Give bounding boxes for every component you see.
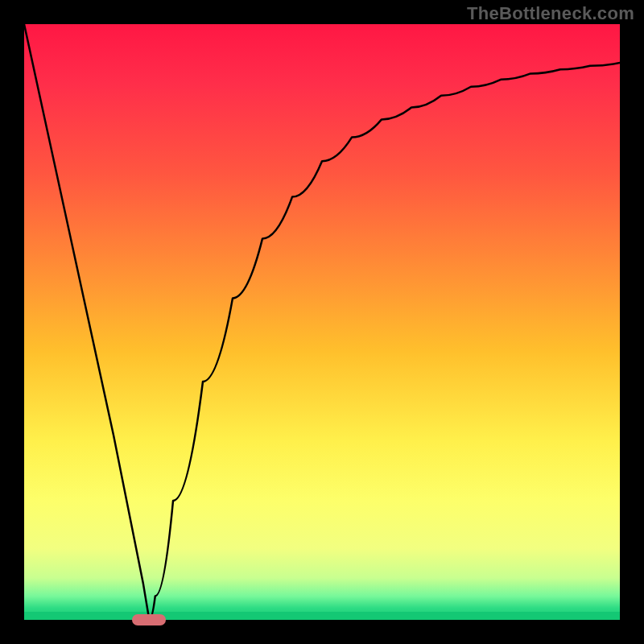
watermark-text: TheBottleneck.com xyxy=(467,3,634,24)
plot-area xyxy=(24,24,620,620)
min-marker xyxy=(132,614,166,625)
bottleneck-curve xyxy=(24,24,620,620)
curve-layer xyxy=(24,24,620,620)
chart-canvas: TheBottleneck.com xyxy=(0,0,644,644)
